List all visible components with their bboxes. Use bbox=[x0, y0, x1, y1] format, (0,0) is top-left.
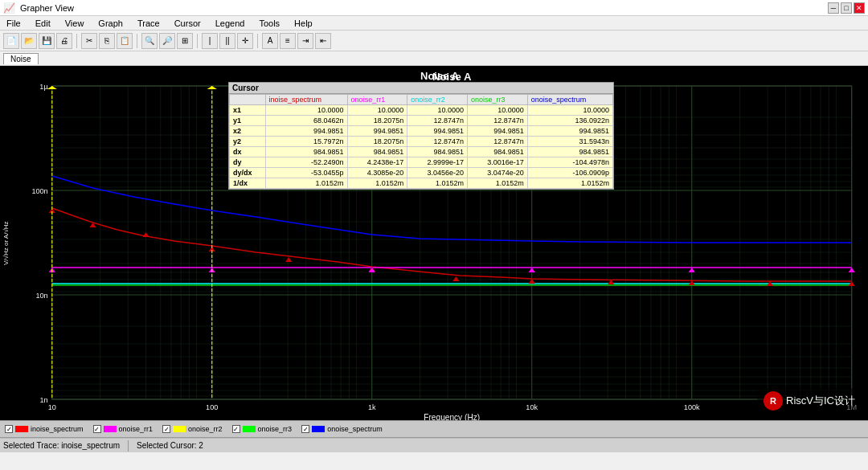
toolbar-sep3 bbox=[197, 34, 198, 48]
legend-label: onoise_rr1 bbox=[119, 425, 154, 433]
cursor-cell: 4.2438e-17 bbox=[347, 157, 407, 168]
legend-checkbox[interactable]: ✓ bbox=[5, 425, 13, 433]
cursor-cell: 1.0152m bbox=[468, 178, 528, 189]
toolbar-new[interactable]: 📄 bbox=[3, 33, 19, 49]
legend-label: inoise_spectrum bbox=[31, 425, 84, 433]
legend-label: onoise_rr3 bbox=[258, 425, 293, 433]
svg-text:100k: 100k bbox=[684, 403, 700, 411]
svg-text:100: 100 bbox=[206, 403, 218, 411]
cursor-cell: 1.0152m bbox=[347, 178, 407, 189]
legend-checkbox[interactable]: ✓ bbox=[232, 425, 240, 433]
toolbar-paste[interactable]: 📋 bbox=[117, 33, 133, 49]
cursor-cell: 994.9851 bbox=[407, 126, 468, 137]
legend-checkbox[interactable]: ✓ bbox=[162, 425, 170, 433]
cursor-row-label: y1 bbox=[230, 116, 266, 126]
status-selected-trace: Selected Trace: inoise_spectrum bbox=[3, 441, 120, 450]
cursor-col-rr3: onoise_rr3 bbox=[468, 95, 528, 105]
cursor-row-label: 1/dx bbox=[230, 178, 266, 189]
chart-container[interactable]: 1µ 100n 10n 1n 10 100 1k 10k 100k 1M Fre… bbox=[11, 66, 868, 420]
legend-color bbox=[312, 426, 325, 432]
svg-text:1µ: 1µ bbox=[39, 83, 47, 91]
minimize-button[interactable]: ─ bbox=[828, 2, 839, 14]
toolbar-extra4[interactable]: ⇤ bbox=[315, 33, 331, 49]
cursor-cell: 12.8747n bbox=[468, 137, 528, 147]
menu-file[interactable]: File bbox=[3, 18, 24, 28]
toolbar-crosshair[interactable]: ✛ bbox=[237, 33, 253, 49]
menu-graph[interactable]: Graph bbox=[95, 18, 126, 28]
toolbar-print[interactable]: 🖨 bbox=[56, 33, 72, 49]
titlebar-left: 📈 Grapher View bbox=[3, 2, 74, 14]
toolbar-open[interactable]: 📂 bbox=[21, 33, 37, 49]
legend-items: ✓inoise_spectrum✓onoise_rr1✓onoise_rr2✓o… bbox=[5, 425, 383, 433]
legend-checkbox[interactable]: ✓ bbox=[93, 425, 101, 433]
menu-edit[interactable]: Edit bbox=[32, 18, 54, 28]
cursor-cell: 10.0000 bbox=[265, 105, 347, 116]
tab-noise[interactable]: Noise bbox=[3, 53, 39, 64]
toolbar-extra1[interactable]: A bbox=[262, 33, 278, 49]
cursor-cell: 15.7972n bbox=[265, 137, 347, 147]
cursor-cell: 994.9851 bbox=[347, 126, 407, 137]
toolbar-save[interactable]: 💾 bbox=[39, 33, 55, 49]
cursor-col-rr1: onoise_rr1 bbox=[347, 95, 407, 105]
menu-trace[interactable]: Trace bbox=[134, 18, 163, 28]
toolbar-zoomout[interactable]: 🔎 bbox=[159, 33, 175, 49]
menu-tools[interactable]: Tools bbox=[256, 18, 283, 28]
cursor-cell: 4.3085e-20 bbox=[347, 168, 407, 178]
menu-cursor[interactable]: Cursor bbox=[171, 18, 204, 28]
titlebar-buttons: ─ □ ✕ bbox=[828, 2, 865, 14]
toolbar-sep4 bbox=[257, 34, 258, 48]
toolbar-zoomin[interactable]: 🔍 bbox=[141, 33, 158, 49]
cursor-cell: 1.0152m bbox=[527, 178, 612, 189]
cursor-cell: 994.9851 bbox=[468, 126, 528, 137]
cursor-table-row: dy-52.2490n4.2438e-172.9999e-173.0016e-1… bbox=[230, 157, 613, 168]
legend-item: ✓onoise_rr3 bbox=[232, 425, 293, 433]
close-button[interactable]: ✕ bbox=[854, 2, 865, 14]
legend-color bbox=[173, 426, 186, 432]
svg-text:100n: 100n bbox=[31, 187, 47, 195]
menu-help[interactable]: Help bbox=[291, 18, 316, 28]
menu-legend[interactable]: Legend bbox=[212, 18, 248, 28]
svg-text:1k: 1k bbox=[368, 403, 376, 411]
cursor-table-row: y168.0462n18.2075n12.8747n12.8747n136.09… bbox=[230, 116, 613, 126]
legend-checkbox[interactable]: ✓ bbox=[301, 425, 309, 433]
cursor-cell: 994.9851 bbox=[265, 126, 347, 137]
cursor-cell: 1.0152m bbox=[407, 178, 468, 189]
maximize-button[interactable]: □ bbox=[841, 2, 852, 14]
legend-color bbox=[243, 426, 256, 432]
tab-bar: Noise bbox=[0, 51, 868, 66]
legend-item: ✓inoise_spectrum bbox=[5, 425, 84, 433]
toolbar-sep2 bbox=[137, 34, 137, 48]
watermark: R RiscV与IC设计 bbox=[757, 388, 862, 414]
cursor-cell: 10.0000 bbox=[407, 105, 468, 116]
toolbar-cursor2[interactable]: || bbox=[219, 33, 235, 49]
menubar: File Edit View Graph Trace Cursor Legend… bbox=[0, 16, 868, 31]
cursor-table-row: x110.000010.000010.000010.000010.0000 bbox=[230, 105, 613, 116]
cursor-table-row: dx984.9851984.9851984.9851984.9851984.98… bbox=[230, 147, 613, 157]
cursor-cell: 984.9851 bbox=[468, 147, 528, 157]
cursor-col-rr2: onoise_rr2 bbox=[407, 95, 468, 105]
cursor-popup: Cursor inoise_spectrum onoise_rr1 onoise… bbox=[228, 82, 614, 190]
cursor-row-label: y2 bbox=[230, 137, 266, 147]
toolbar-zoom-fit[interactable]: ⊞ bbox=[177, 33, 193, 49]
cursor-cell: -53.0455p bbox=[265, 168, 347, 178]
cursor-table-row: y215.7972n18.2075n12.8747n12.8747n31.594… bbox=[230, 137, 613, 147]
cursor-table-body: x110.000010.000010.000010.000010.0000y16… bbox=[230, 105, 613, 189]
cursor-row-label: dy/dx bbox=[230, 168, 266, 178]
cursor-cell: 10.0000 bbox=[468, 105, 528, 116]
cursor-cell: -52.2490n bbox=[265, 157, 347, 168]
legend-item: ✓onoise_rr1 bbox=[93, 425, 154, 433]
toolbar-copy[interactable]: ⎘ bbox=[99, 33, 115, 49]
cursor-table-row: 1/dx1.0152m1.0152m1.0152m1.0152m1.0152m bbox=[230, 178, 613, 189]
toolbar-cursor1[interactable]: | bbox=[202, 33, 218, 49]
cursor-cell: 2.9999e-17 bbox=[407, 157, 468, 168]
legend-color bbox=[15, 426, 28, 432]
watermark-text: RiscV与IC设计 bbox=[786, 394, 855, 408]
toolbar-extra3[interactable]: ⇥ bbox=[297, 33, 313, 49]
cursor-table: inoise_spectrum onoise_rr1 onoise_rr2 on… bbox=[229, 94, 613, 189]
yaxis-label: V/√Hz or A/√Hz bbox=[0, 66, 11, 420]
toolbar-extra2[interactable]: ≡ bbox=[280, 33, 296, 49]
menu-view[interactable]: View bbox=[62, 18, 88, 28]
svg-text:10k: 10k bbox=[526, 403, 538, 411]
cursor-table-row: dy/dx-53.0455p4.3085e-203.0456e-203.0474… bbox=[230, 168, 613, 178]
toolbar-cut[interactable]: ✂ bbox=[81, 33, 97, 49]
